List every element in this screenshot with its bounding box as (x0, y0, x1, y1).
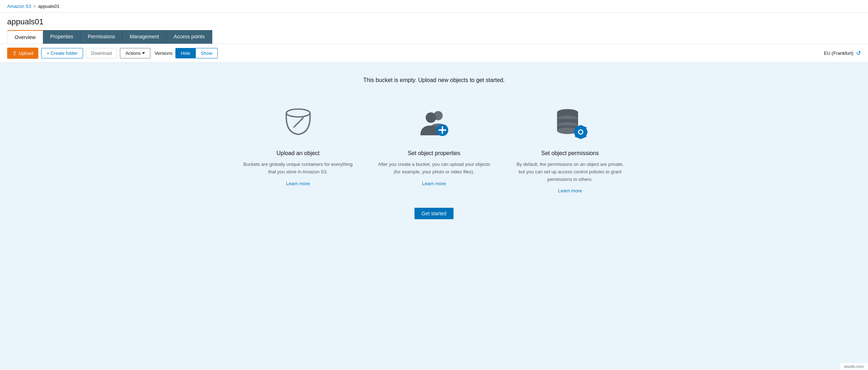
card-set-permissions-desc: By default, the permissions on an object… (513, 161, 627, 183)
tab-management[interactable]: Management (122, 30, 166, 44)
versions-label: Versions (155, 51, 173, 56)
set-permissions-icon (549, 101, 592, 144)
download-label: Download (91, 51, 112, 56)
card-set-properties-desc: After you create a bucket, you can uploa… (377, 161, 491, 176)
svg-point-0 (286, 109, 310, 117)
toolbar: ⇧ Upload + Create folder Download Action… (0, 44, 868, 63)
main-content: This bucket is empty. Upload new objects… (0, 63, 868, 368)
actions-chevron-icon (142, 52, 145, 54)
svg-point-5 (426, 112, 436, 123)
card-set-properties-learn-more[interactable]: Learn more (422, 181, 446, 186)
card-set-permissions-title: Set object permissions (541, 150, 599, 157)
tab-access-points[interactable]: Access points (166, 30, 212, 44)
actions-label: Actions (125, 51, 141, 56)
tab-overview[interactable]: Overview (7, 30, 43, 44)
card-upload-object-learn-more[interactable]: Learn more (286, 181, 310, 186)
svg-line-3 (294, 125, 296, 128)
get-started-button[interactable]: Get started (414, 208, 454, 219)
footer: wsxdn.com (840, 363, 868, 370)
card-upload-object-desc: Buckets are globally unique containers f… (241, 161, 355, 176)
card-set-permissions: Set object permissions By default, the p… (513, 101, 627, 193)
region-label: EU (Frankfurt) (824, 51, 853, 56)
card-set-permissions-learn-more[interactable]: Learn more (558, 188, 582, 193)
svg-rect-17 (580, 125, 582, 128)
footer-text: wsxdn.com (844, 364, 864, 369)
svg-point-26 (579, 130, 582, 134)
upload-label: Upload (19, 51, 33, 56)
show-button[interactable]: Show (196, 48, 218, 58)
breadcrumb-current: appuals01 (38, 4, 59, 9)
upload-icon: ⇧ (12, 50, 17, 57)
set-properties-icon (413, 101, 456, 144)
card-set-properties-title: Set object properties (408, 150, 460, 157)
hide-button[interactable]: Hide (175, 48, 196, 58)
page-header: appuals01 Overview Properties Permission… (0, 13, 868, 44)
hide-show-toggle: Hide Show (175, 48, 218, 58)
create-folder-button[interactable]: + Create folder (41, 48, 83, 58)
tabs-container: Overview Properties Permissions Manageme… (7, 30, 861, 44)
get-started-container: Get started (7, 208, 861, 219)
page-title: appuals01 (7, 17, 861, 27)
tab-permissions[interactable]: Permissions (81, 30, 122, 44)
svg-rect-20 (585, 131, 587, 133)
create-folder-label: + Create folder (47, 51, 77, 56)
download-button[interactable]: Download (86, 48, 117, 58)
card-upload-object: Upload an object Buckets are globally un… (241, 101, 355, 193)
refresh-icon[interactable]: ↺ (856, 50, 861, 57)
card-upload-object-title: Upload an object (276, 150, 319, 157)
tab-properties[interactable]: Properties (43, 30, 81, 44)
empty-message: This bucket is empty. Upload new objects… (7, 77, 861, 83)
upload-object-icon (277, 101, 320, 144)
svg-rect-19 (574, 131, 576, 133)
breadcrumb-parent-link[interactable]: Amazon S3 (7, 4, 31, 9)
svg-rect-18 (580, 136, 582, 139)
card-set-properties: Set object properties After you create a… (377, 101, 491, 193)
cards-row: Upload an object Buckets are globally un… (219, 101, 649, 193)
breadcrumb: Amazon S3 > appuals01 (0, 0, 868, 13)
actions-button[interactable]: Actions (120, 48, 150, 58)
upload-button[interactable]: ⇧ Upload (7, 48, 38, 59)
breadcrumb-separator: > (33, 4, 36, 9)
region-info: EU (Frankfurt) ↺ (824, 50, 861, 57)
